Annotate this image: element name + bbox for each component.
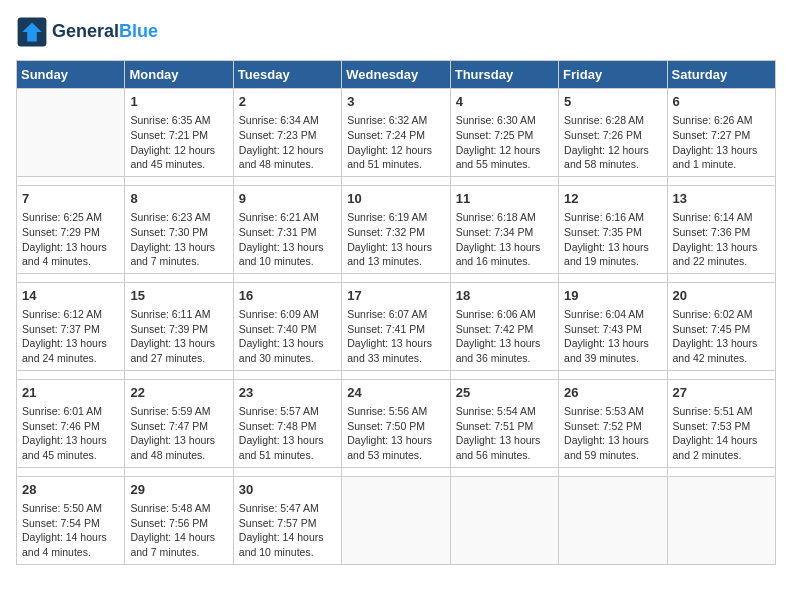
- day-number: 2: [239, 93, 336, 111]
- day-number: 11: [456, 190, 553, 208]
- day-number: 25: [456, 384, 553, 402]
- day-number: 26: [564, 384, 661, 402]
- calendar-day-cell: 15Sunrise: 6:11 AM Sunset: 7:39 PM Dayli…: [125, 282, 233, 370]
- day-info: Sunrise: 5:54 AM Sunset: 7:51 PM Dayligh…: [456, 404, 553, 463]
- calendar-day-cell: 26Sunrise: 5:53 AM Sunset: 7:52 PM Dayli…: [559, 379, 667, 467]
- calendar-day-cell: 9Sunrise: 6:21 AM Sunset: 7:31 PM Daylig…: [233, 185, 341, 273]
- day-info: Sunrise: 6:01 AM Sunset: 7:46 PM Dayligh…: [22, 404, 119, 463]
- weekday-header-cell: Tuesday: [233, 61, 341, 89]
- calendar-day-cell: 6Sunrise: 6:26 AM Sunset: 7:27 PM Daylig…: [667, 89, 775, 177]
- weekday-header-cell: Thursday: [450, 61, 558, 89]
- day-number: 16: [239, 287, 336, 305]
- day-info: Sunrise: 6:07 AM Sunset: 7:41 PM Dayligh…: [347, 307, 444, 366]
- calendar-day-cell: 30Sunrise: 5:47 AM Sunset: 7:57 PM Dayli…: [233, 476, 341, 564]
- day-number: 15: [130, 287, 227, 305]
- day-info: Sunrise: 5:50 AM Sunset: 7:54 PM Dayligh…: [22, 501, 119, 560]
- calendar-day-cell: 14Sunrise: 6:12 AM Sunset: 7:37 PM Dayli…: [17, 282, 125, 370]
- day-number: 19: [564, 287, 661, 305]
- weekday-header-cell: Wednesday: [342, 61, 450, 89]
- day-number: 22: [130, 384, 227, 402]
- calendar-day-cell: [17, 89, 125, 177]
- calendar-day-cell: 8Sunrise: 6:23 AM Sunset: 7:30 PM Daylig…: [125, 185, 233, 273]
- day-number: 9: [239, 190, 336, 208]
- calendar-week-row: 28Sunrise: 5:50 AM Sunset: 7:54 PM Dayli…: [17, 476, 776, 564]
- day-info: Sunrise: 5:57 AM Sunset: 7:48 PM Dayligh…: [239, 404, 336, 463]
- day-info: Sunrise: 6:28 AM Sunset: 7:26 PM Dayligh…: [564, 113, 661, 172]
- week-divider: [17, 176, 776, 185]
- weekday-header-cell: Saturday: [667, 61, 775, 89]
- calendar-day-cell: [450, 476, 558, 564]
- calendar-body: 1Sunrise: 6:35 AM Sunset: 7:21 PM Daylig…: [17, 89, 776, 565]
- calendar-day-cell: 24Sunrise: 5:56 AM Sunset: 7:50 PM Dayli…: [342, 379, 450, 467]
- day-info: Sunrise: 5:56 AM Sunset: 7:50 PM Dayligh…: [347, 404, 444, 463]
- day-number: 20: [673, 287, 770, 305]
- calendar-day-cell: 12Sunrise: 6:16 AM Sunset: 7:35 PM Dayli…: [559, 185, 667, 273]
- day-number: 27: [673, 384, 770, 402]
- calendar-day-cell: 27Sunrise: 5:51 AM Sunset: 7:53 PM Dayli…: [667, 379, 775, 467]
- day-number: 3: [347, 93, 444, 111]
- day-info: Sunrise: 6:21 AM Sunset: 7:31 PM Dayligh…: [239, 210, 336, 269]
- day-number: 1: [130, 93, 227, 111]
- logo-icon: [16, 16, 48, 48]
- calendar-week-row: 7Sunrise: 6:25 AM Sunset: 7:29 PM Daylig…: [17, 185, 776, 273]
- day-info: Sunrise: 5:47 AM Sunset: 7:57 PM Dayligh…: [239, 501, 336, 560]
- calendar-week-row: 21Sunrise: 6:01 AM Sunset: 7:46 PM Dayli…: [17, 379, 776, 467]
- day-info: Sunrise: 5:53 AM Sunset: 7:52 PM Dayligh…: [564, 404, 661, 463]
- calendar-header-row: SundayMondayTuesdayWednesdayThursdayFrid…: [17, 61, 776, 89]
- day-info: Sunrise: 6:12 AM Sunset: 7:37 PM Dayligh…: [22, 307, 119, 366]
- day-number: 10: [347, 190, 444, 208]
- calendar-day-cell: [559, 476, 667, 564]
- day-number: 18: [456, 287, 553, 305]
- calendar-day-cell: 2Sunrise: 6:34 AM Sunset: 7:23 PM Daylig…: [233, 89, 341, 177]
- week-divider: [17, 467, 776, 476]
- day-info: Sunrise: 6:04 AM Sunset: 7:43 PM Dayligh…: [564, 307, 661, 366]
- day-info: Sunrise: 6:16 AM Sunset: 7:35 PM Dayligh…: [564, 210, 661, 269]
- day-info: Sunrise: 6:23 AM Sunset: 7:30 PM Dayligh…: [130, 210, 227, 269]
- calendar-day-cell: 19Sunrise: 6:04 AM Sunset: 7:43 PM Dayli…: [559, 282, 667, 370]
- day-info: Sunrise: 6:35 AM Sunset: 7:21 PM Dayligh…: [130, 113, 227, 172]
- day-number: 14: [22, 287, 119, 305]
- weekday-header-cell: Monday: [125, 61, 233, 89]
- day-number: 21: [22, 384, 119, 402]
- day-number: 8: [130, 190, 227, 208]
- calendar-day-cell: 13Sunrise: 6:14 AM Sunset: 7:36 PM Dayli…: [667, 185, 775, 273]
- calendar-day-cell: 22Sunrise: 5:59 AM Sunset: 7:47 PM Dayli…: [125, 379, 233, 467]
- calendar-week-row: 1Sunrise: 6:35 AM Sunset: 7:21 PM Daylig…: [17, 89, 776, 177]
- calendar-day-cell: 28Sunrise: 5:50 AM Sunset: 7:54 PM Dayli…: [17, 476, 125, 564]
- calendar-day-cell: 25Sunrise: 5:54 AM Sunset: 7:51 PM Dayli…: [450, 379, 558, 467]
- calendar-day-cell: [342, 476, 450, 564]
- logo: GeneralBlue: [16, 16, 158, 48]
- calendar-day-cell: [667, 476, 775, 564]
- day-info: Sunrise: 6:34 AM Sunset: 7:23 PM Dayligh…: [239, 113, 336, 172]
- calendar-day-cell: 1Sunrise: 6:35 AM Sunset: 7:21 PM Daylig…: [125, 89, 233, 177]
- day-info: Sunrise: 6:25 AM Sunset: 7:29 PM Dayligh…: [22, 210, 119, 269]
- calendar-day-cell: 4Sunrise: 6:30 AM Sunset: 7:25 PM Daylig…: [450, 89, 558, 177]
- day-info: Sunrise: 6:14 AM Sunset: 7:36 PM Dayligh…: [673, 210, 770, 269]
- day-info: Sunrise: 6:06 AM Sunset: 7:42 PM Dayligh…: [456, 307, 553, 366]
- logo-text: GeneralBlue: [52, 21, 158, 43]
- weekday-header-cell: Friday: [559, 61, 667, 89]
- calendar-day-cell: 11Sunrise: 6:18 AM Sunset: 7:34 PM Dayli…: [450, 185, 558, 273]
- calendar-day-cell: 3Sunrise: 6:32 AM Sunset: 7:24 PM Daylig…: [342, 89, 450, 177]
- calendar-day-cell: 18Sunrise: 6:06 AM Sunset: 7:42 PM Dayli…: [450, 282, 558, 370]
- calendar-day-cell: 16Sunrise: 6:09 AM Sunset: 7:40 PM Dayli…: [233, 282, 341, 370]
- calendar-day-cell: 5Sunrise: 6:28 AM Sunset: 7:26 PM Daylig…: [559, 89, 667, 177]
- calendar-week-row: 14Sunrise: 6:12 AM Sunset: 7:37 PM Dayli…: [17, 282, 776, 370]
- header: GeneralBlue: [16, 16, 776, 48]
- week-divider: [17, 273, 776, 282]
- calendar-day-cell: 29Sunrise: 5:48 AM Sunset: 7:56 PM Dayli…: [125, 476, 233, 564]
- day-number: 13: [673, 190, 770, 208]
- day-info: Sunrise: 6:30 AM Sunset: 7:25 PM Dayligh…: [456, 113, 553, 172]
- day-number: 7: [22, 190, 119, 208]
- day-info: Sunrise: 5:51 AM Sunset: 7:53 PM Dayligh…: [673, 404, 770, 463]
- day-number: 17: [347, 287, 444, 305]
- calendar-table: SundayMondayTuesdayWednesdayThursdayFrid…: [16, 60, 776, 565]
- day-number: 28: [22, 481, 119, 499]
- week-divider: [17, 370, 776, 379]
- day-info: Sunrise: 6:02 AM Sunset: 7:45 PM Dayligh…: [673, 307, 770, 366]
- calendar-day-cell: 20Sunrise: 6:02 AM Sunset: 7:45 PM Dayli…: [667, 282, 775, 370]
- calendar-day-cell: 21Sunrise: 6:01 AM Sunset: 7:46 PM Dayli…: [17, 379, 125, 467]
- day-info: Sunrise: 5:59 AM Sunset: 7:47 PM Dayligh…: [130, 404, 227, 463]
- day-number: 4: [456, 93, 553, 111]
- calendar-day-cell: 7Sunrise: 6:25 AM Sunset: 7:29 PM Daylig…: [17, 185, 125, 273]
